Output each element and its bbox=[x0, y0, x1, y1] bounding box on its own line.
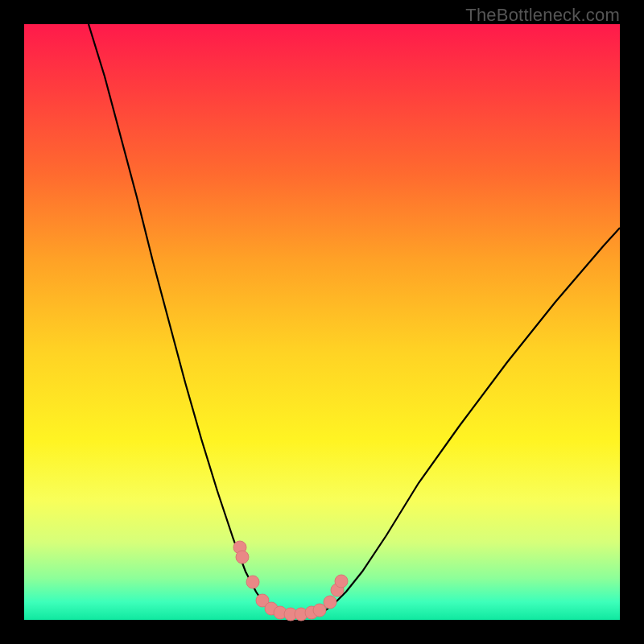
scatter-dot bbox=[236, 551, 249, 564]
scatter-dot bbox=[313, 604, 326, 617]
scatter-dot bbox=[335, 575, 348, 588]
scatter-dots bbox=[233, 541, 348, 621]
curve-layer bbox=[24, 24, 620, 620]
scatter-dot bbox=[246, 576, 259, 588]
scatter-dot bbox=[324, 596, 336, 609]
plot-area bbox=[24, 24, 620, 620]
watermark-text: TheBottleneck.com bbox=[465, 5, 620, 26]
bottleneck-curve bbox=[89, 24, 620, 614]
bottleneck-curve-path bbox=[89, 24, 620, 614]
chart-frame: TheBottleneck.com bbox=[0, 0, 644, 644]
